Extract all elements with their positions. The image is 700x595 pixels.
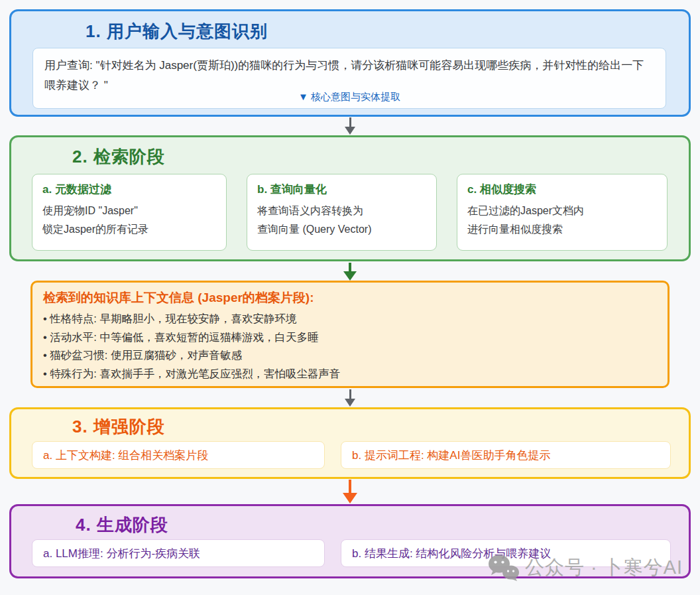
arrow-shaft — [349, 117, 351, 127]
card-query-vectorization: b. 查询向量化 将查询语义内容转换为 查询向量 (Query Vector) — [247, 174, 437, 251]
stage3-title: 3. 增强阶段 — [72, 415, 165, 438]
context-bullet: • 活动水平: 中等偏低，喜欢短暂的逗猫棒游戏，白天多睡 — [43, 328, 657, 347]
watermark-text: 公众号 · 卜寒兮AI — [525, 555, 683, 581]
card-line: 使用宠物ID "Jasper" — [42, 202, 216, 220]
context-title: 检索到的知识库上下文信息 (Jasper的档案片段): — [43, 289, 657, 306]
arrow-head — [345, 399, 355, 407]
watermark: 公众号 · 卜寒兮AI — [488, 554, 683, 582]
intent-extraction-label: ▼ 核心意图与实体提取 — [33, 91, 666, 103]
arrow-shaft — [349, 263, 351, 271]
context-bullet: • 猫砂盆习惯: 使用豆腐猫砂，对声音敏感 — [43, 346, 657, 365]
user-query-box: 用户查询: "针对姓名为 Jasper(贾斯珀))的猫咪的行为与习惯，请分该析猫… — [32, 48, 666, 109]
arrow-head — [343, 271, 357, 281]
wechat-icon — [488, 554, 520, 582]
card-line: 将查询语义内容转换为 — [257, 202, 426, 220]
arrow-shaft — [349, 389, 351, 399]
arrow-shaft — [349, 480, 352, 493]
card-line: 进行向量相似度搜索 — [467, 220, 657, 239]
card-title: b. 查询向量化 — [257, 182, 426, 197]
user-query-text: 用户查询: "针对姓名为 Jasper(贾斯珀))的猫咪的行为与习惯，请分该析猫… — [44, 56, 654, 96]
card-line: 查询向量 (Query Vector) — [257, 220, 426, 239]
arrow-down-icon — [345, 389, 355, 407]
stage4-title: 4. 生成阶段 — [76, 513, 168, 537]
context-bullet: • 性格特点: 早期略胆小，现在较安静，喜欢安静环境 — [43, 310, 657, 328]
retrieval-cards-row: a. 元数据过滤 使用宠物ID "Jasper" 锁定Jasper的所有记录 b… — [32, 174, 668, 251]
arrow-head — [345, 127, 355, 135]
pill-context-build: a. 上下文构建: 组合相关档案片段 — [32, 441, 325, 469]
pill-llm-reasoning: a. LLM推理: 分析行为-疾病关联 — [32, 539, 325, 567]
card-line: 锁定Jasper的所有记录 — [42, 220, 216, 239]
stage-retrieval: 2. 检索阶段 a. 元数据过滤 使用宠物ID "Jasper" 锁定Jaspe… — [9, 135, 691, 261]
card-title: c. 相似度搜索 — [467, 182, 657, 197]
stage1-title: 1. 用户输入与意图识别 — [86, 20, 268, 43]
arrow-down-icon — [345, 117, 355, 135]
card-title: a. 元数据过滤 — [42, 182, 216, 197]
retrieved-context-box: 检索到的知识库上下文信息 (Jasper的档案片段): • 性格特点: 早期略胆… — [30, 281, 670, 388]
stage-user-input: 1. 用户输入与意图识别 用户查询: "针对姓名为 Jasper(贾斯珀))的猫… — [9, 9, 691, 117]
pill-prompt-engineering: b. 提示词工程: 构建AI兽医助手角色提示 — [341, 441, 671, 469]
card-metadata-filter: a. 元数据过滤 使用宠物ID "Jasper" 锁定Jasper的所有记录 — [32, 174, 227, 251]
arrow-down-icon — [343, 480, 357, 503]
rag-flow-diagram: 1. 用户输入与意图识别 用户查询: "针对姓名为 Jasper(贾斯珀))的猫… — [0, 0, 700, 595]
arrow-down-icon — [343, 263, 357, 281]
stage2-title: 2. 检索阶段 — [72, 145, 165, 168]
context-bullet: • 特殊行为: 喜欢揣手手，对激光笔反应强烈，害怕吸尘器声音 — [43, 365, 657, 383]
arrow-head — [343, 493, 357, 503]
card-line: 在已过滤的Jasper文档内 — [467, 202, 657, 220]
stage-augmentation: 3. 增强阶段 a. 上下文构建: 组合相关档案片段 b. 提示词工程: 构建A… — [9, 407, 691, 479]
card-similarity-search: c. 相似度搜索 在已过滤的Jasper文档内 进行向量相似度搜索 — [457, 174, 668, 251]
